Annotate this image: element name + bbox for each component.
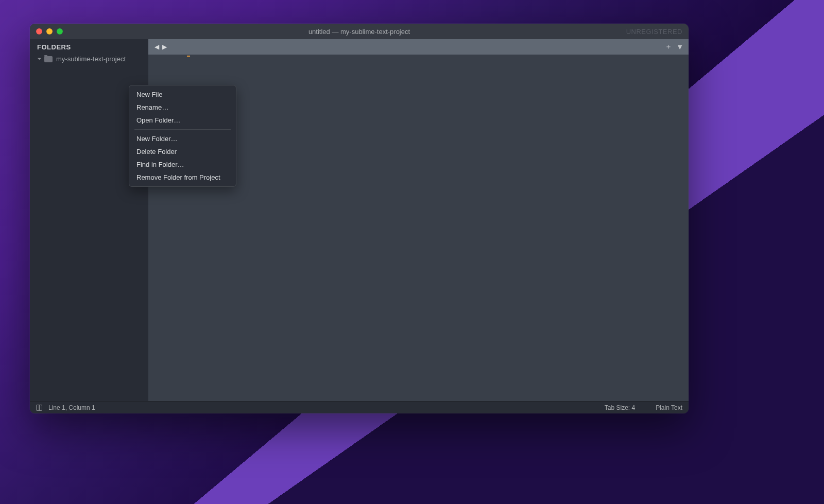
menu-open-folder[interactable]: Open Folder… (129, 114, 236, 127)
tab-header (148, 55, 689, 67)
nav-forward-icon[interactable]: ▶ (161, 42, 168, 51)
close-window-button[interactable] (36, 28, 42, 34)
new-tab-icon[interactable]: ＋ (665, 42, 672, 51)
unregistered-label: UNREGISTERED (626, 28, 682, 36)
menu-rename[interactable]: Rename… (129, 101, 236, 114)
menu-new-file[interactable]: New File (129, 88, 236, 101)
maximize-window-button[interactable] (57, 28, 63, 34)
menu-separator (134, 129, 231, 130)
minimize-window-button[interactable] (46, 28, 53, 34)
tab-dropdown-icon[interactable]: ▼ (676, 43, 683, 51)
window-title: untitled — my-sublime-text-project (30, 28, 689, 36)
folder-icon (44, 56, 53, 62)
app-window: untitled — my-sublime-text-project UNREG… (30, 24, 689, 413)
tab-size-label[interactable]: Tab Size: 4 (605, 404, 635, 411)
active-tab[interactable] (148, 55, 190, 67)
chevron-down-icon (37, 57, 42, 61)
tab-bar: ◀ ▶ ＋ ▼ (148, 39, 689, 55)
nav-back-icon[interactable]: ◀ (153, 42, 160, 51)
statusbar: Line 1, Column 1 Tab Size: 4 Plain Text (30, 401, 689, 413)
titlebar: untitled — my-sublime-text-project UNREG… (30, 24, 689, 39)
panel-toggle-icon[interactable] (36, 405, 42, 411)
sidebar-header: FOLDERS (30, 39, 148, 54)
menu-new-folder[interactable]: New Folder… (129, 132, 236, 145)
tab-modified-indicator (187, 56, 190, 57)
folder-name-label: my-sublime-text-project (56, 55, 126, 63)
traffic-lights (30, 28, 63, 34)
folder-context-menu: New File Rename… Open Folder… New Folder… (129, 85, 236, 187)
syntax-label[interactable]: Plain Text (656, 404, 682, 411)
cursor-position-label[interactable]: Line 1, Column 1 (48, 404, 95, 411)
menu-delete-folder[interactable]: Delete Folder (129, 145, 236, 158)
menu-find-in-folder[interactable]: Find in Folder… (129, 158, 236, 171)
nav-arrows: ◀ ▶ (153, 42, 168, 51)
sidebar-folder-item[interactable]: my-sublime-text-project (30, 54, 148, 64)
menu-remove-folder[interactable]: Remove Folder from Project (129, 171, 236, 184)
